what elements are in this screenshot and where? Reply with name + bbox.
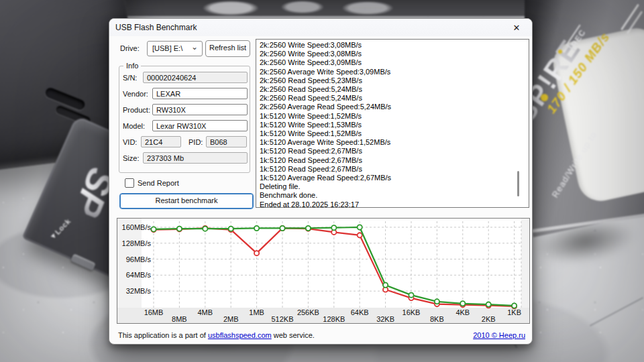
chevron-down-icon: ⌄ — [191, 42, 198, 52]
benchmark-chart-panel: 160MB/s128MB/s96MB/s64MB/s32MB/s16MB8MB4… — [117, 218, 530, 324]
product-label: Product: — [123, 106, 150, 114]
svg-text:4MB: 4MB — [197, 308, 213, 316]
svg-text:8KB: 8KB — [430, 315, 444, 323]
send-report-label: Send Report — [138, 179, 179, 187]
svg-text:128KB: 128KB — [323, 315, 345, 323]
send-report-checkbox[interactable] — [125, 178, 134, 188]
footer-text: This application is a part of usbflashsp… — [118, 331, 315, 339]
svg-text:512KB: 512KB — [271, 315, 293, 323]
pid-label: PID: — [189, 138, 203, 146]
svg-text:64MB/s: 64MB/s — [126, 271, 152, 279]
footer-prefix: This application is a part of — [118, 331, 208, 339]
screenshot: ▼Lock SP SP!RE REC 170 / 150 MB/s Read/W… — [0, 0, 644, 362]
close-icon[interactable]: ✕ — [509, 21, 524, 34]
svg-text:160MB/s: 160MB/s — [122, 223, 152, 231]
restart-benchmark-button[interactable]: Restart benchmark — [119, 193, 254, 209]
product-field[interactable]: RW310X — [152, 104, 248, 115]
log-scrollbar[interactable] — [517, 171, 519, 196]
svg-text:4KB: 4KB — [455, 308, 470, 316]
svg-text:8MB: 8MB — [172, 315, 187, 323]
yellow-dot — [558, 50, 562, 54]
log-output[interactable]: 2k:2560 Write Speed:3,08MB/s 2k:2560 Wri… — [256, 39, 529, 208]
size-label: Size: — [123, 154, 139, 162]
svg-text:256KB: 256KB — [297, 308, 319, 316]
vid-field: 21C4 — [141, 136, 181, 147]
svg-text:1MB: 1MB — [249, 308, 264, 316]
svg-text:64KB: 64KB — [351, 308, 369, 316]
benchmark-chart: 160MB/s128MB/s96MB/s64MB/s32MB/s16MB8MB4… — [117, 219, 529, 323]
sn-label: S/N: — [123, 74, 137, 82]
model-label: Model: — [123, 122, 145, 130]
info-group-legend: Info — [123, 62, 141, 70]
svg-text:2KB: 2KB — [482, 315, 496, 323]
footer-suffix: web service. — [272, 331, 315, 339]
svg-text:16KB: 16KB — [402, 308, 421, 316]
svg-text:2MB: 2MB — [223, 315, 239, 323]
size-field: 237303 Mb — [143, 152, 248, 164]
refresh-list-button[interactable]: Refresh list — [205, 40, 250, 57]
usbflashspeed-link[interactable]: usbflashspeed.com — [208, 331, 272, 339]
drive-select[interactable]: [USB] E:\ ⌄ — [147, 41, 203, 56]
svg-text:32KB: 32KB — [376, 315, 394, 323]
vendor-field[interactable]: LEXAR — [152, 88, 248, 99]
pid-field: B068 — [206, 136, 247, 147]
yellow-dot — [541, 94, 548, 101]
sn-field: 000020240624 — [143, 72, 248, 83]
title-bar[interactable]: USB Flash Benchmark ✕ — [109, 19, 532, 36]
copyright-link[interactable]: 2010 © Heep.ru — [473, 331, 525, 339]
window-title: USB Flash Benchmark — [115, 23, 197, 32]
svg-text:1KB: 1KB — [507, 308, 521, 316]
drive-label: Drive: — [120, 44, 140, 52]
svg-text:128MB/s: 128MB/s — [122, 239, 152, 247]
svg-text:32MB/s: 32MB/s — [126, 287, 152, 295]
model-field[interactable]: Lexar RW310X — [152, 120, 248, 131]
vendor-label: Vendor: — [123, 90, 148, 98]
svg-text:96MB/s: 96MB/s — [126, 255, 152, 263]
footer: This application is a part of usbflashsp… — [109, 329, 532, 343]
vid-label: VID: — [123, 138, 137, 146]
svg-text:16MB: 16MB — [144, 308, 164, 316]
drive-selected-value: [USB] E:\ — [152, 44, 182, 52]
usb-flash-benchmark-window: USB Flash Benchmark ✕ Drive: [USB] E:\ ⌄… — [109, 18, 533, 345]
